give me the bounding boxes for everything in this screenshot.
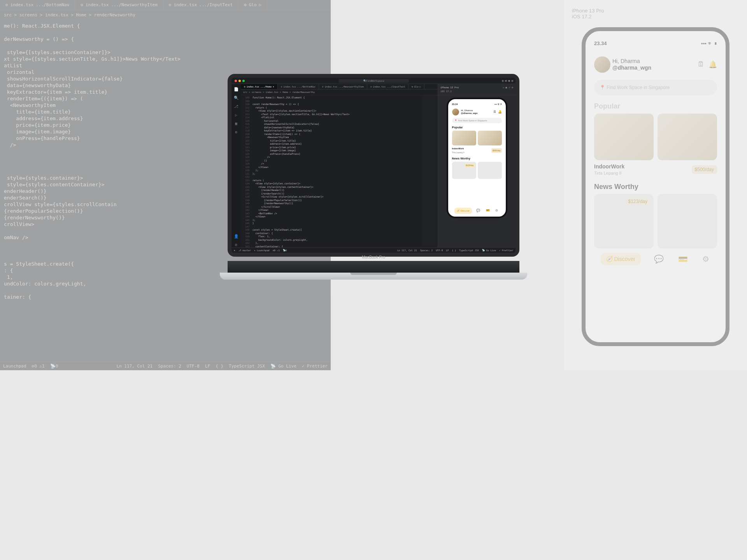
remote-indicator[interactable]: ⎈	[234, 248, 235, 252]
extensions-icon[interactable]: ▦	[234, 121, 238, 126]
status-eol[interactable]: LF	[205, 363, 210, 369]
laptop-base	[220, 273, 494, 280]
golive[interactable]: 📡 Go Live	[482, 248, 494, 252]
nav-payments[interactable]: 💳	[485, 208, 491, 214]
status-errors[interactable]: ⊘0 ⚠1	[32, 363, 45, 369]
tab-inputtext[interactable]: ⊙index.tsx .../InputText	[163, 0, 238, 10]
brackets-icon: { }	[452, 248, 456, 252]
launchpad[interactable]: ✦ Launchpad	[254, 248, 270, 252]
status-brackets: { }	[216, 363, 223, 369]
close-icon[interactable]: ×	[273, 85, 274, 89]
editor-body[interactable]: function Home(): React.JSX.Element { con…	[251, 95, 422, 247]
status-encoding[interactable]: UTF-8	[187, 363, 200, 369]
account-icon[interactable]: 👤	[234, 234, 238, 239]
status-cursor[interactable]: Ln 117, Col 21	[116, 363, 153, 369]
status-lang[interactable]: TypeScript JSX	[229, 363, 265, 369]
status-bar: Launchpad ⊘0 ⚠1 📡0 Ln 117, Col 21 Spaces…	[0, 362, 331, 370]
traffic-max[interactable]	[242, 80, 245, 82]
status-bar: ⎈ ⎇ master ✦ Launchpad ⊘0 ⚠1 📡0 Ln 117, …	[231, 247, 494, 253]
status-prettier[interactable]: ✓ Prettier	[302, 363, 328, 369]
tab-newsworthy[interactable]: ⊙index.tsx .../NewsworthyItem	[75, 0, 163, 10]
problems[interactable]: ⊘0 ⚠1	[273, 248, 280, 252]
laptop-keyboard	[228, 261, 494, 273]
search-input[interactable]: 📍Find Work Space in Singapore	[452, 118, 494, 123]
tab[interactable]: ⊙index.tsx .../BottomNav	[278, 84, 319, 89]
simulator-pane: iPhone 13 ProiOS 17.2⌂ ▦ ⤢ ⚙ 23.34••• ᯤ …	[438, 84, 494, 247]
status-golive[interactable]: 📡 Go Live	[270, 363, 296, 369]
tab[interactable]: ⊙index.tsx .../InputText	[367, 84, 409, 89]
tab-home[interactable]: ⊙index.tsx .../Home ×	[241, 84, 278, 89]
status-launchpad[interactable]: Launchpad	[3, 363, 26, 369]
laptop-label: MacBook Pro	[228, 255, 494, 259]
nav-discover[interactable]: 🧭Discover	[454, 208, 472, 214]
run-config[interactable]: ⚙ Glo ▷	[409, 84, 424, 89]
tab[interactable]: ⊙index.tsx .../NewsworthyItem	[319, 84, 367, 89]
status-ports[interactable]: 📡0	[50, 363, 58, 369]
editor-tabbar: ⊙index.tsx .../Home × ⊙index.tsx .../Bot…	[241, 84, 438, 89]
laptop-mockup: 🔍 FindWorkspace ▥▤▦▧ 📄 🔍 ⎇ ▷ ▦ ⊕ 👤	[228, 74, 494, 280]
popular-card[interactable]	[478, 131, 494, 145]
command-center[interactable]: 🔍 FindWorkspace	[339, 79, 409, 83]
lang-mode[interactable]: TypeScript JSX	[459, 248, 479, 252]
nav-messages[interactable]: 💬	[475, 208, 481, 214]
popular-card[interactable]	[452, 131, 476, 145]
breadcrumb[interactable]: src > screens > index.tsx > Home > rende…	[0, 10, 331, 20]
gear-icon[interactable]: ⚙	[234, 243, 238, 247]
minimap[interactable]	[422, 95, 438, 247]
pin-icon: 📍	[454, 119, 457, 122]
activity-bar: 📄 🔍 ⎇ ▷ ▦ ⊕ 👤 ⚙	[231, 84, 241, 247]
traffic-min[interactable]	[238, 80, 241, 82]
cursor-pos[interactable]: Ln 117, Col 21	[397, 248, 417, 252]
traffic-close[interactable]	[235, 80, 237, 82]
status-spaces[interactable]: Spaces: 2	[158, 363, 181, 369]
explorer-icon[interactable]: 📄	[234, 87, 238, 92]
breadcrumb[interactable]: src > screens > index.tsx > Home > rende…	[241, 89, 438, 95]
news-card[interactable]	[478, 162, 494, 179]
encoding[interactable]: UTF-8	[436, 248, 443, 252]
run-config[interactable]: ⚙ Glo ▷	[238, 0, 267, 10]
news-card[interactable]: $123/day	[452, 162, 476, 179]
git-icon[interactable]: ⎇	[234, 104, 238, 109]
price-badge: $500/day	[491, 148, 494, 153]
tab-bar: ⊙index.tsx .../BottomNav ⊙index.tsx .../…	[0, 0, 331, 10]
debug-icon[interactable]: ▷	[234, 113, 238, 117]
remote-icon[interactable]: ⊕	[234, 130, 238, 135]
eol[interactable]: LF	[446, 248, 449, 252]
vscode-titlebar: 🔍 FindWorkspace ▥▤▦▧	[231, 78, 494, 84]
news-title: News Worthy	[452, 157, 494, 161]
branch[interactable]: ⎇ master	[238, 248, 251, 252]
search-icon[interactable]: 🔍	[234, 96, 238, 100]
gutter: 108 109 110 111 112 113 114 115 116 117 …	[241, 95, 251, 247]
ports[interactable]: 📡0	[283, 248, 287, 252]
calendar-icon[interactable]: 🗓	[493, 110, 494, 114]
vscode-window: 🔍 FindWorkspace ▥▤▦▧ 📄 🔍 ⎇ ▷ ▦ ⊕ 👤	[231, 78, 494, 253]
tab-bottomnav[interactable]: ⊙index.tsx .../BottomNav	[0, 0, 75, 10]
simulator-phone: 23.34••• ᯤ ▮ Hi, Dharma@dharma_wgn 🗓🔔 📍F…	[447, 98, 494, 218]
indent[interactable]: Spaces: 2	[420, 248, 433, 252]
avatar[interactable]	[452, 108, 459, 116]
popular-title: Popular	[452, 126, 494, 130]
